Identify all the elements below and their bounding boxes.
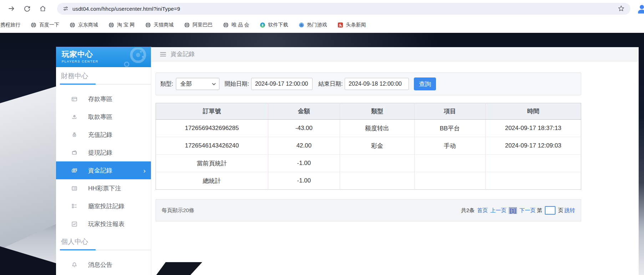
globe-icon [145, 22, 151, 28]
gamepad-icon [116, 48, 150, 67]
table-row: 1726569432696285-43.00额度转出BB平台2024-09-17… [156, 120, 581, 137]
table-cell [340, 172, 415, 190]
refresh-icon[interactable] [22, 4, 32, 14]
table-row: 當前頁統計-1.00 [156, 155, 581, 172]
next-page-link[interactable]: 下一页 [519, 207, 536, 214]
type-select-value: 全部 [180, 80, 192, 88]
bookmark-item[interactable]: 淘 宝 网 [108, 22, 135, 28]
table-cell [485, 172, 581, 190]
sidebar-item-label: 廳室投註記錄 [88, 202, 125, 210]
end-date-input[interactable] [345, 78, 409, 90]
section-underline [60, 84, 151, 85]
table-cell: 手动 [414, 137, 485, 155]
column-header: 時間 [485, 103, 581, 120]
table-cell: 1726569432696285 [156, 120, 268, 137]
prev-page-link[interactable]: 上一页 [490, 207, 506, 214]
sidebar-item-funds-record[interactable]: 資金記錄› [56, 161, 151, 179]
sidebar-item-label: 存款專區 [88, 95, 112, 103]
page-size-text: 每頁顯示20條 [162, 207, 194, 214]
profile-avatar-icon[interactable] [636, 3, 644, 15]
table-cell: 2024-09-17 12:09:03 [485, 137, 581, 155]
bookmark-item[interactable]: 携程旅行 [0, 22, 20, 28]
type-select[interactable]: 全部 [176, 78, 219, 90]
sidebar-item-lottery-ticket[interactable]: HH彩票下注 [56, 179, 151, 197]
start-date-input[interactable] [251, 78, 313, 90]
funds-record-table: 訂單號金額類型項目時間1726569432696285-43.00额度转出BB平… [156, 103, 581, 190]
section-underline [60, 250, 151, 250]
page-background: 玩家中心 PLAYERS CENTER 財務中心存款專區取款專區充值記錄提現記錄… [0, 33, 644, 275]
sidebar-item-withdraw-hand[interactable]: 取款專區 [56, 108, 151, 126]
globe-icon [223, 22, 229, 28]
bookmark-item[interactable]: 头头条新闻 [338, 22, 366, 28]
svg-text:头: 头 [338, 23, 342, 27]
jump-button[interactable]: 跳转 [564, 207, 575, 214]
column-header: 金額 [268, 103, 340, 120]
table-cell: -43.00 [268, 120, 340, 137]
forward-arrow-icon[interactable] [6, 4, 16, 14]
sidebar-item-label: 充值記錄 [88, 131, 112, 139]
table-cell: 1726546143426240 [156, 137, 268, 155]
lottery-ticket-icon [71, 185, 77, 191]
column-header: 項目 [414, 103, 485, 120]
jump-prefix-text: 第 [537, 207, 542, 214]
sidebar-item-report-chart[interactable]: 玩家投注報表 [56, 215, 151, 233]
hall-record-icon [71, 203, 77, 209]
bookmark-item[interactable]: 阿里巴巴 [184, 22, 213, 28]
search-button[interactable]: 查詢 [414, 78, 436, 90]
table-cell [414, 172, 485, 190]
browser-toolbar: usdt04.com/hhcp/usercenter.html?iniType=… [0, 0, 644, 17]
table-cell: 總統計 [156, 172, 268, 190]
bookmark-item[interactable]: 唯 品 会 [223, 22, 249, 28]
sidebar-item-label: 玩家投注報表 [88, 220, 125, 228]
sidebar-menu-group: 存款專區取款專區充值記錄提現記錄資金記錄›HH彩票下注廳室投註記錄玩家投注報表 [56, 90, 151, 233]
bookmark-item[interactable]: 天猫商城 [145, 22, 174, 28]
table-row: 172654614342624042.00彩金手动2024-09-17 12:0… [156, 137, 581, 155]
sidebar-item-recharge-moneybag[interactable]: 充值記錄 [56, 126, 151, 144]
bookmark-label: 百度一下 [39, 22, 59, 28]
globe-icon [70, 22, 75, 28]
hamburger-icon[interactable] [160, 52, 166, 57]
sidebar-item-cashout-wallet[interactable]: 提現記錄 [56, 144, 151, 161]
main-header: 資金記錄 [151, 47, 639, 61]
jump-page-input[interactable] [545, 206, 556, 215]
address-bar[interactable]: usdt04.com/hhcp/usercenter.html?iniType=… [57, 3, 630, 15]
star-icon[interactable] [618, 5, 625, 12]
download-icon [260, 22, 265, 28]
bookmark-label: 唯 品 会 [232, 22, 249, 28]
first-page-link[interactable]: 首页 [477, 207, 488, 214]
toutiao-icon: 头 [338, 22, 343, 28]
table-row: 總統計-1.00 [156, 172, 581, 190]
bookmarks-bar: 携程旅行百度一下京东商城淘 宝 网天猫商城阿里巴巴唯 品 会软件下载热门游戏头头… [0, 17, 644, 33]
home-icon[interactable] [38, 4, 48, 14]
bookmark-label: 头条新闻 [346, 22, 366, 28]
sidebar-section-title: 個人中心 [61, 237, 151, 246]
bookmark-item[interactable]: 热门游戏 [299, 22, 327, 28]
sidebar-item-label: 消息公告 [88, 261, 112, 269]
sidebar-item-label: 提現記錄 [88, 149, 112, 157]
table-cell: 2024-09-17 18:37:13 [485, 120, 581, 137]
deposit-card-icon [71, 96, 77, 102]
chevron-right-icon: › [143, 167, 146, 174]
table-cell: 42.00 [268, 137, 340, 155]
bookmark-label: 携程旅行 [0, 22, 20, 28]
bookmark-item[interactable]: 百度一下 [31, 22, 59, 28]
tune-icon[interactable] [63, 6, 69, 11]
table-cell: 當前頁統計 [156, 155, 268, 172]
main-panel: 資金記錄 類型: 全部 開始日期: 結束日期: 查詢 訂單號金額類型項目時間17… [151, 47, 639, 275]
table-cell: -1.00 [268, 172, 340, 190]
url-text[interactable]: usdt04.com/hhcp/usercenter.html?iniType=… [72, 6, 180, 12]
table-cell: -1.00 [268, 155, 340, 172]
pagination-bar: 每頁顯示20條 共2条 首页 上一页 [1] 下一页 第 页 跳转 [156, 199, 581, 221]
recharge-moneybag-icon [71, 131, 77, 138]
bookmark-item[interactable]: 京东商城 [70, 22, 98, 28]
sidebar-item-bell[interactable]: 消息公告 [56, 256, 151, 274]
table-cell [485, 155, 581, 172]
bookmark-label: 阿里巴巴 [193, 22, 213, 28]
sidebar-item-hall-record[interactable]: 廳室投註記錄 [56, 197, 151, 215]
sidebar: 玩家中心 PLAYERS CENTER 財務中心存款專區取款專區充值記錄提現記錄… [56, 47, 151, 275]
sidebar-item-deposit-card[interactable]: 存款專區 [56, 90, 151, 108]
bookmark-item[interactable]: 软件下载 [260, 22, 288, 28]
page-title: 資金記錄 [171, 50, 195, 58]
bookmark-label: 天猫商城 [154, 22, 174, 28]
bookmark-label: 热门游戏 [307, 22, 327, 28]
